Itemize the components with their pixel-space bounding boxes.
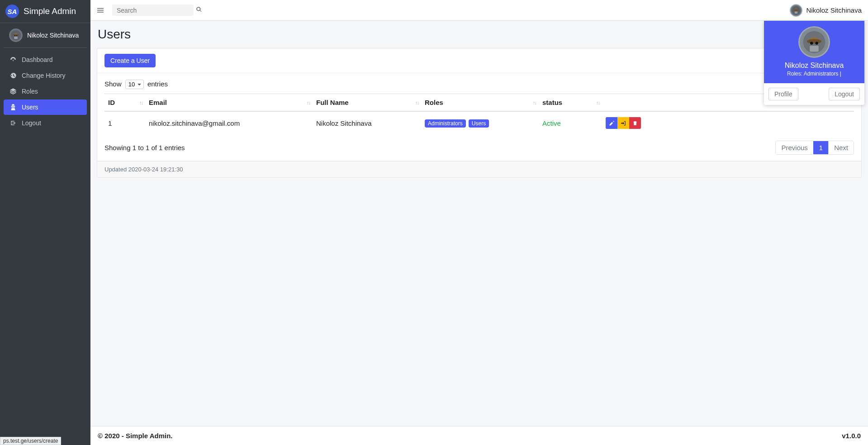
cell-status: Active (539, 111, 602, 134)
sidebar-item-logout[interactable]: Logout (4, 115, 87, 131)
footer-copyright: © 2020 - Simple Admin. (98, 432, 173, 440)
page-next[interactable]: Next (828, 141, 854, 154)
cell-actions (602, 111, 854, 134)
page-prev[interactable]: Previous (776, 141, 813, 154)
dropdown-user-roles: Roles: Administrators | (768, 71, 860, 77)
user-secret-icon (9, 103, 17, 111)
sidebar-user-name: Nikoloz Sitchinava (27, 32, 79, 39)
col-full-name[interactable]: Full Name↑↓ (313, 94, 421, 112)
sidebar: SA Simple Admin Nikoloz Sitchinava Dashb… (0, 0, 90, 445)
create-user-button[interactable]: Create a User (104, 54, 156, 67)
users-card: Create a User Show 10 entries S (97, 48, 862, 178)
svg-point-14 (810, 42, 813, 45)
user-dropdown-header: Nikoloz Sitchinava Roles: Administrators… (764, 21, 864, 83)
content: Users Create a User Show 10 entries S (90, 21, 868, 426)
status-badge: Active (542, 119, 561, 127)
svg-rect-2 (14, 37, 18, 39)
cell-id: 1 (104, 111, 145, 134)
datatable-controls: Show 10 entries S (104, 80, 854, 89)
search-icon[interactable] (196, 6, 202, 14)
datatable-bottom: Showing 1 to 1 of 1 entries Previous 1 N… (104, 141, 854, 155)
sidebar-item-change-history[interactable]: Change History (4, 68, 87, 83)
topbar-username: Nikoloz Sitchinava (806, 6, 862, 14)
svg-rect-13 (810, 46, 819, 52)
avatar (9, 28, 23, 42)
cell-full-name: Nikoloz Sitchinava (313, 111, 421, 134)
svg-point-15 (815, 42, 818, 45)
sort-icon: ↑↓ (415, 100, 418, 105)
col-id[interactable]: ID↑↓ (104, 94, 145, 112)
sidebar-user-panel[interactable]: Nikoloz Sitchinava (4, 23, 87, 48)
menu-toggle-button[interactable] (97, 7, 104, 14)
sign-in-icon (621, 120, 626, 126)
svg-rect-7 (97, 11, 104, 12)
length-control: Show 10 entries (104, 80, 168, 89)
role-badge: Administrators (425, 119, 466, 128)
user-dropdown: Nikoloz Sitchinava Roles: Administrators… (764, 21, 864, 105)
col-roles[interactable]: Roles↑↓ (421, 94, 539, 112)
edit-icon (609, 120, 615, 126)
col-email[interactable]: Email↑↓ (145, 94, 313, 112)
delete-button[interactable] (629, 117, 641, 129)
datatable-info: Showing 1 to 1 of 1 entries (104, 144, 185, 151)
page-number[interactable]: 1 (813, 141, 828, 154)
history-icon (9, 71, 17, 80)
cell-roles: Administrators Users (421, 111, 539, 134)
sidebar-item-roles[interactable]: Roles (4, 84, 87, 99)
impersonate-button[interactable] (617, 117, 629, 129)
search-input[interactable] (117, 7, 196, 14)
cell-email: nikoloz.sitchinava@gmail.com (145, 111, 313, 134)
svg-point-3 (14, 35, 15, 36)
bars-icon (97, 7, 104, 14)
topbar: Nikoloz Sitchinava (90, 0, 868, 21)
trash-icon (632, 120, 638, 126)
main: Nikoloz Sitchinava Users Create a User S… (90, 0, 868, 445)
footer: © 2020 - Simple Admin. v1.0.0 (90, 426, 868, 445)
length-suffix: entries (147, 80, 168, 88)
svg-rect-5 (97, 8, 104, 9)
user-dropdown-footer: Profile Logout (764, 83, 864, 105)
sidebar-item-label: Logout (22, 119, 41, 127)
browser-status-url: ps.test.ge/users/create (0, 437, 61, 445)
spy-avatar-icon (792, 6, 801, 15)
brand-logo: SA (5, 5, 19, 18)
brand[interactable]: SA Simple Admin (0, 0, 90, 23)
table-header-row: ID↑↓ Email↑↓ Full Name↑↓ Roles↑↓ status↑… (104, 94, 854, 112)
length-prefix: Show (104, 80, 122, 88)
length-select[interactable]: 10 (125, 80, 144, 89)
search-box[interactable] (112, 5, 194, 16)
svg-point-1 (13, 34, 19, 36)
layers-icon (9, 87, 17, 95)
sort-icon: ↑↓ (533, 100, 536, 105)
sort-icon: ↑↓ (307, 100, 310, 105)
spy-avatar-icon (10, 30, 21, 41)
brand-name: Simple Admin (24, 6, 76, 16)
svg-rect-10 (795, 11, 797, 13)
logout-button[interactable]: Logout (829, 88, 860, 100)
footer-version: v1.0.0 (842, 432, 861, 440)
dashboard-icon (9, 56, 17, 64)
dropdown-user-name: Nikoloz Sitchinava (768, 62, 860, 70)
sidebar-item-users[interactable]: Users (4, 99, 87, 115)
edit-button[interactable] (606, 117, 617, 129)
svg-rect-6 (97, 9, 104, 10)
sidebar-item-dashboard[interactable]: Dashboard (4, 52, 87, 67)
table-row: 1 nikoloz.sitchinava@gmail.com Nikoloz S… (104, 111, 854, 134)
card-body: Show 10 entries S ID↑↓ Email↑↓ Full Name… (97, 73, 861, 161)
page-title: Users (97, 27, 862, 42)
pagination: Previous 1 Next (775, 141, 854, 155)
svg-point-12 (807, 39, 822, 44)
card-footer: Updated 2020-03-24 19:21:30 (97, 161, 861, 177)
sort-icon: ↑↓ (139, 100, 142, 105)
role-badge: Users (469, 119, 489, 128)
users-table: ID↑↓ Email↑↓ Full Name↑↓ Roles↑↓ status↑… (104, 94, 854, 134)
profile-button[interactable]: Profile (768, 88, 798, 100)
sort-icon: ↑↓ (596, 100, 599, 105)
svg-point-9 (794, 9, 799, 10)
avatar (798, 26, 830, 58)
sidebar-item-label: Dashboard (22, 56, 53, 63)
spy-avatar-icon (802, 30, 826, 54)
col-status[interactable]: status↑↓ (539, 94, 602, 112)
user-menu-toggle[interactable]: Nikoloz Sitchinava (790, 4, 862, 17)
sign-out-icon (9, 119, 17, 127)
